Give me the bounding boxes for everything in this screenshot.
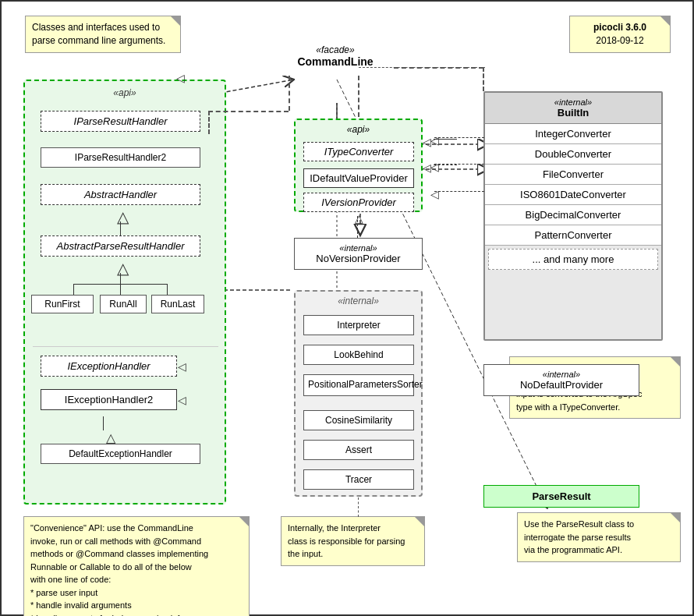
- pattern-converter-label: PatternConverter: [535, 229, 612, 241]
- inherit-up-arrow: △: [117, 207, 129, 226]
- left-api-group: «api» IParseResultHandler IParseResultHa…: [23, 80, 226, 504]
- iparse-result-handler2-label: IParseResultHandler2: [75, 152, 166, 163]
- and-many-more-box: ... and many more: [488, 249, 658, 270]
- runlast-label: RunLast: [161, 299, 196, 310]
- tracer-label: Tracer: [345, 474, 372, 485]
- abstract-handler-label: AbstractHandler: [45, 189, 196, 200]
- left-api-stereotype: «api»: [25, 87, 225, 98]
- no-version-provider-box: «internal» NoVersionProvider: [294, 238, 423, 270]
- no-version-stereotype: «internal»: [299, 243, 417, 253]
- no-default-stereotype: «internal»: [489, 370, 634, 379]
- middle-internal-stereotype: «internal»: [296, 296, 421, 306]
- idefault-value-provider-box: IDefaultValueProvider: [303, 168, 414, 188]
- iparse-result-handler2-box: IParseResultHandler2: [41, 147, 200, 168]
- no-default-provider-box: «internal» NoDefaultProvider: [483, 364, 639, 396]
- builtin-header: «internal» BuiltIn: [485, 93, 661, 124]
- parse-result-label: ParseResult: [532, 490, 590, 502]
- middle-api-stereotype: «api»: [296, 124, 421, 135]
- note-bottom-left: "Convenience" API: use the CommandLine i…: [23, 516, 250, 616]
- runlast-box: RunLast: [151, 295, 204, 313]
- builtin-name: BuiltIn: [490, 107, 657, 119]
- middle-api-group: «api» ITypeConverter IDefaultValueProvid…: [294, 119, 423, 212]
- lookbehind-label: LookBehind: [334, 349, 383, 360]
- file-converter-box: FileConverter: [485, 165, 661, 185]
- double-converter-label: DoubleConverter: [535, 148, 611, 160]
- note-top-left: Classes and interfaces used to parse com…: [25, 16, 181, 53]
- cosine-similarity-label: CosineSimilarity: [325, 415, 392, 426]
- iexception-handler2-box: IExceptionHandler2: [41, 389, 177, 410]
- realize-marker-left2: ◁: [176, 72, 185, 84]
- facade-name: CommandLine: [281, 55, 390, 68]
- interpreter-box: Interpreter: [303, 315, 414, 335]
- cosine-similarity-box: CosineSimilarity: [303, 410, 414, 430]
- tracer-box: Tracer: [303, 469, 414, 490]
- note-bottom-right: Use the ParseResult class to interrogate…: [517, 512, 681, 562]
- file-converter-label: FileConverter: [543, 168, 604, 180]
- iexception-handler2-label: IExceptionHandler2: [65, 394, 153, 405]
- interpreter-label: Interpreter: [337, 320, 380, 331]
- diagram-container: Classes and interfaces used to parse com…: [0, 0, 694, 616]
- lookbehind-box: LookBehind: [303, 345, 414, 365]
- iparse-result-handler-label: IParseResultHandler: [45, 115, 196, 127]
- idefault-value-provider-label: IDefaultValueProvider: [310, 172, 408, 184]
- middle-internal-group: «internal» Interpreter LookBehind Positi…: [294, 290, 423, 497]
- default-exception-handler-label: DefaultExceptionHandler: [69, 448, 172, 459]
- integer-converter-label: IntegerConverter: [535, 128, 611, 140]
- builtin-group: «internal» BuiltIn IntegerConverter Doub…: [483, 91, 663, 341]
- iso-converter-label: ISO8601DateConverter: [520, 189, 626, 200]
- runfirst-box: RunFirst: [31, 295, 94, 313]
- note-version: picocli 3.6.0 2018-09-12: [569, 16, 671, 53]
- pattern-converter-box: PatternConverter: [485, 225, 661, 246]
- positional-sorter-label: PositionalParametersSorter: [308, 379, 423, 390]
- builtin-stereotype: «internal»: [490, 97, 657, 107]
- abstract-handler-box: AbstractHandler: [41, 184, 200, 205]
- iexception-handler-label: IExceptionHandler: [67, 360, 150, 372]
- parse-result-box: ParseResult: [483, 485, 639, 508]
- no-version-name: NoVersionProvider: [299, 253, 417, 264]
- commandline-facade: «facade» CommandLine: [281, 44, 390, 68]
- realize-marker2: ◁: [178, 394, 186, 406]
- realize-marker1: ◁: [178, 360, 186, 373]
- runall-label: RunAll: [109, 299, 136, 310]
- default-exception-handler-box: DefaultExceptionHandler: [41, 444, 200, 464]
- abstract-parse-handler-box: AbstractParseResultHandler: [41, 235, 200, 257]
- iexception-handler-box: IExceptionHandler: [41, 356, 177, 377]
- iversion-provider-box: IVersionProvider: [303, 193, 414, 212]
- no-default-name: NoDefaultProvider: [489, 379, 634, 391]
- runall-box: RunAll: [100, 295, 147, 313]
- iso-converter-box: ISO8601DateConverter: [485, 185, 661, 205]
- itype-converter-label: ITypeConverter: [324, 146, 394, 158]
- itype-converter-box: ITypeConverter: [303, 142, 414, 161]
- iparse-result-handler-box: IParseResultHandler: [41, 111, 200, 132]
- facade-stereotype: «facade»: [281, 44, 390, 55]
- positional-sorter-box: PositionalParametersSorter: [303, 374, 414, 396]
- assert-box: Assert: [303, 440, 414, 460]
- and-many-more-label: ... and many more: [533, 253, 614, 265]
- iversion-provider-label: IVersionProvider: [321, 196, 396, 208]
- note-bottom-middle: Internally, the Interpreter class is res…: [281, 516, 425, 566]
- inherit-up-arrow2: △: [117, 259, 129, 278]
- assert-label: Assert: [345, 444, 372, 455]
- double-converter-box: DoubleConverter: [485, 144, 661, 165]
- abstract-parse-handler-label: AbstractParseResultHandler: [45, 240, 196, 252]
- integer-converter-box: IntegerConverter: [485, 124, 661, 144]
- bigdecimal-converter-label: BigDecimalConverter: [526, 209, 621, 221]
- runfirst-label: RunFirst: [44, 299, 80, 310]
- bigdecimal-converter-box: BigDecimalConverter: [485, 205, 661, 225]
